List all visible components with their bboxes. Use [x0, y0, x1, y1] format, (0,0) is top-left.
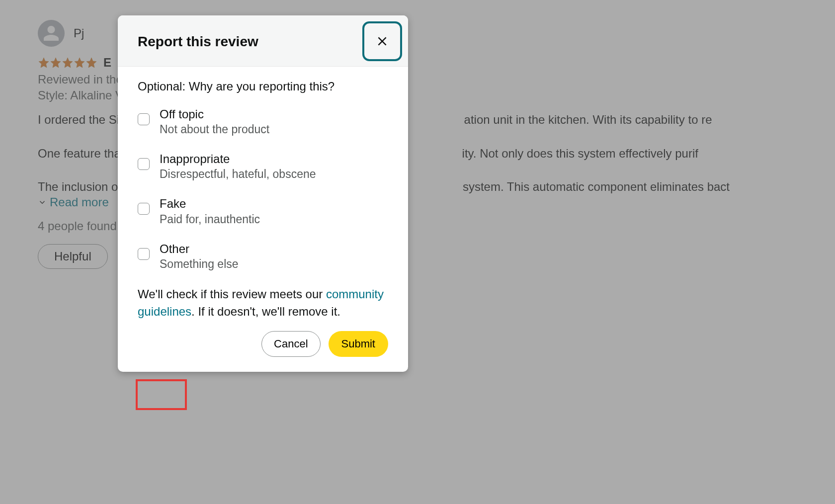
close-icon: [376, 35, 389, 48]
cancel-button[interactable]: Cancel: [261, 331, 320, 357]
checkbox-other[interactable]: [138, 248, 150, 260]
checkbox-inappropriate[interactable]: [138, 158, 150, 170]
option-label: Inappropriate: [160, 151, 316, 167]
option-inappropriate[interactable]: Inappropriate Disrespectful, hateful, ob…: [138, 151, 388, 181]
option-label: Other: [160, 241, 239, 256]
report-modal: Report this review Optional: Why are you…: [118, 15, 408, 372]
submit-button[interactable]: Submit: [329, 331, 388, 357]
modal-header: Report this review: [118, 15, 408, 67]
option-other[interactable]: Other Something else: [138, 241, 388, 271]
option-label: Off topic: [160, 106, 269, 122]
option-desc: Disrespectful, hateful, obscene: [160, 168, 316, 181]
guideline-pre: We'll check if this review meets our: [138, 287, 326, 301]
option-fake[interactable]: Fake Paid for, inauthentic: [138, 196, 388, 226]
modal-title: Report this review: [138, 34, 258, 50]
option-label: Fake: [160, 196, 260, 211]
checkbox-off-topic[interactable]: [138, 113, 150, 125]
option-desc: Something else: [160, 257, 239, 271]
option-desc: Not about the product: [160, 123, 269, 136]
modal-body: Optional: Why are you reporting this? Of…: [118, 67, 408, 372]
modal-question: Optional: Why are you reporting this?: [138, 80, 388, 93]
guideline-post: . If it doesn't, we'll remove it.: [191, 305, 340, 318]
close-button[interactable]: [362, 21, 402, 61]
modal-footer: Cancel Submit: [138, 320, 388, 357]
option-desc: Paid for, inauthentic: [160, 213, 260, 226]
checkbox-fake[interactable]: [138, 203, 150, 215]
option-off-topic[interactable]: Off topic Not about the product: [138, 106, 388, 136]
guideline-text: We'll check if this review meets our com…: [138, 286, 388, 321]
